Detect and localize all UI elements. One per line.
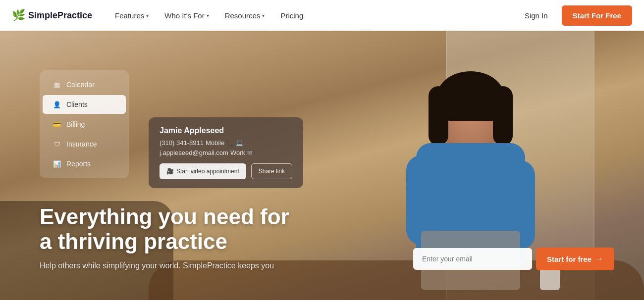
chevron-down-icon: ▾ (146, 13, 149, 18)
logo-icon: 🌿 (12, 9, 25, 22)
nav-pricing[interactable]: Pricing (273, 7, 310, 24)
billing-icon: 💳 (53, 120, 61, 129)
logo[interactable]: 🌿 SimplePractice (12, 9, 92, 22)
calendar-icon: ▦ (53, 80, 61, 89)
client-email-label: Work (230, 149, 245, 156)
sidebar-item-billing[interactable]: 💳 Billing (43, 115, 126, 134)
nav-features[interactable]: Features ▾ (108, 7, 156, 24)
reports-icon: 📊 (53, 159, 61, 168)
client-card: Jamie Appleseed (310) 341-8911 Mobile 📞 … (149, 117, 303, 188)
sign-in-link[interactable]: Sign In (519, 7, 554, 24)
sidebar-item-insurance[interactable]: 🛡 Insurance (43, 135, 126, 153)
client-phone-row: (310) 341-8911 Mobile 📞 💻 (160, 139, 292, 147)
nav-who-its-for[interactable]: Who It's For ▾ (158, 7, 215, 24)
video-icon: 🎥 (166, 168, 174, 175)
client-phone: (310) 341-8911 (160, 139, 204, 147)
hero-subtext: Help others while simplifying your world… (40, 261, 289, 270)
brand-name: SimplePractice (28, 10, 92, 21)
nav-links: Features ▾ Who It's For ▾ Resources ▾ Pr… (108, 7, 519, 24)
nav-resources[interactable]: Resources ▾ (218, 7, 272, 24)
start-for-free-cta-button[interactable]: Start for free → (536, 248, 614, 270)
person-hair-left (429, 86, 448, 146)
chevron-down-icon: ▾ (207, 13, 209, 18)
clients-icon: 👤 (53, 100, 61, 109)
card-actions: 🎥 Start video appointment Share link (160, 163, 292, 179)
navbar: 🌿 SimplePractice Features ▾ Who It's For… (0, 0, 644, 31)
start-video-button[interactable]: 🎥 Start video appointment (160, 163, 246, 179)
email-input[interactable] (413, 248, 532, 270)
hero-text-block: Everything you need for a thriving pract… (40, 204, 289, 270)
hero-headline: Everything you need for a thriving pract… (40, 204, 289, 254)
client-phone-label: Mobile (206, 139, 224, 147)
insurance-icon: 🛡 (53, 140, 61, 149)
app-sidebar-panel: ▦ Calendar 👤 Clients 💳 Billing 🛡 Insuran… (40, 70, 129, 178)
sidebar-item-clients[interactable]: 👤 Clients (43, 95, 126, 114)
email-icon: ✉ (247, 150, 252, 156)
person-hair-right (493, 86, 513, 146)
client-email: j.appleseed@gmail.com (160, 149, 228, 156)
hero-section: ▦ Calendar 👤 Clients 💳 Billing 🛡 Insuran… (0, 31, 644, 300)
start-for-free-button[interactable]: Start For Free (562, 5, 632, 26)
arrow-right-icon: → (595, 254, 603, 263)
nav-right: Sign In Start For Free (519, 5, 632, 26)
phone-icon: 📞 (226, 140, 234, 147)
share-link-button[interactable]: Share link (251, 163, 292, 179)
client-name: Jamie Appleseed (160, 126, 292, 135)
email-cta-section: Start for free → (413, 248, 614, 270)
sidebar-item-calendar[interactable]: ▦ Calendar (43, 75, 126, 94)
chevron-down-icon: ▾ (262, 13, 265, 18)
sidebar-item-reports[interactable]: 📊 Reports (43, 154, 126, 173)
client-email-row: j.appleseed@gmail.com Work ✉ (160, 149, 292, 156)
device-icon: 💻 (236, 140, 243, 147)
